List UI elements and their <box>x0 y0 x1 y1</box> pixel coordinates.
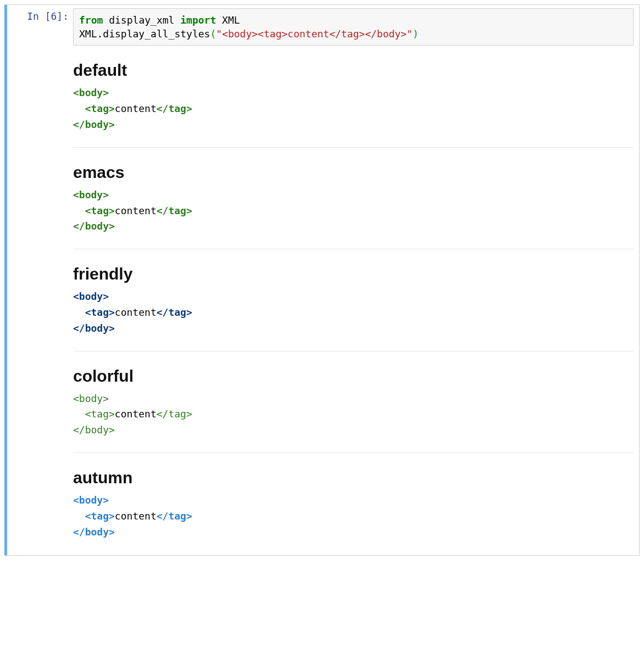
xml-output: <body> <tag>content</tag> </body> <box>73 289 634 336</box>
body-open-tag: <body> <box>73 87 109 98</box>
body-close-tag: </body> <box>73 119 115 130</box>
style-block-default: default<body> <tag>content</tag> </body> <box>73 61 634 147</box>
tag-content: content <box>115 103 157 114</box>
notebook-cell: In [6]: from display_xml import XML XML.… <box>4 4 640 556</box>
tag-close: </tag> <box>157 205 192 216</box>
body-open-tag: <body> <box>73 494 109 506</box>
tag-open: <tag> <box>85 306 115 318</box>
input-prompt: In [6]: <box>7 5 73 555</box>
body-close-tag: </body> <box>73 322 115 334</box>
body-close-tag: </body> <box>73 220 115 232</box>
body-open-tag: <body> <box>73 189 109 200</box>
code-input[interactable]: from display_xml import XML XML.display_… <box>73 8 634 46</box>
keyword-import: import <box>180 14 216 26</box>
body-close-tag: </body> <box>73 526 115 538</box>
tag-content: content <box>115 306 157 318</box>
tag-content: content <box>115 408 157 420</box>
call-prefix: XML.display_all_styles <box>79 28 210 40</box>
tag-open: <tag> <box>85 510 115 522</box>
output-area: default<body> <tag>content</tag> </body>… <box>73 61 639 544</box>
prompt-label: In [6]: <box>27 10 69 22</box>
xml-output: <body> <tag>content</tag> </body> <box>73 493 634 540</box>
style-title: default <box>73 61 634 80</box>
paren-open: ( <box>210 28 216 40</box>
style-title: colorful <box>73 367 634 386</box>
tag-close: </tag> <box>157 306 192 318</box>
body-open-tag: <body> <box>73 291 109 302</box>
tag-close: </tag> <box>157 408 192 420</box>
tag-content: content <box>115 205 157 216</box>
xml-output: <body> <tag>content</tag> </body> <box>73 391 634 438</box>
xml-output: <body> <tag>content</tag> </body> <box>73 85 634 132</box>
style-block-emacs: emacs<body> <tag>content</tag> </body> <box>73 163 634 249</box>
cell-content: from display_xml import XML XML.display_… <box>73 5 639 555</box>
tag-open: <tag> <box>85 408 115 420</box>
tag-open: <tag> <box>85 103 115 114</box>
style-title: autumn <box>73 468 634 487</box>
tag-content: content <box>115 510 157 522</box>
module-name: display_xml <box>103 14 180 26</box>
style-block-friendly: friendly<body> <tag>content</tag> </body… <box>73 265 634 351</box>
style-title: friendly <box>73 265 634 283</box>
body-close-tag: </body> <box>73 424 115 435</box>
body-open-tag: <body> <box>73 393 109 404</box>
paren-close: ) <box>413 28 419 40</box>
tag-open: <tag> <box>85 205 115 216</box>
style-block-autumn: autumn<body> <tag>content</tag> </body> <box>73 468 634 544</box>
class-name: XML <box>216 14 240 26</box>
style-block-colorful: colorful<body> <tag>content</tag> </body… <box>73 367 634 453</box>
xml-output: <body> <tag>content</tag> </body> <box>73 187 634 234</box>
string-literal: "<body><tag>content</tag></body>" <box>216 28 413 40</box>
keyword-from: from <box>79 14 103 26</box>
tag-close: </tag> <box>157 103 192 114</box>
tag-close: </tag> <box>157 510 192 522</box>
style-title: emacs <box>73 163 634 182</box>
